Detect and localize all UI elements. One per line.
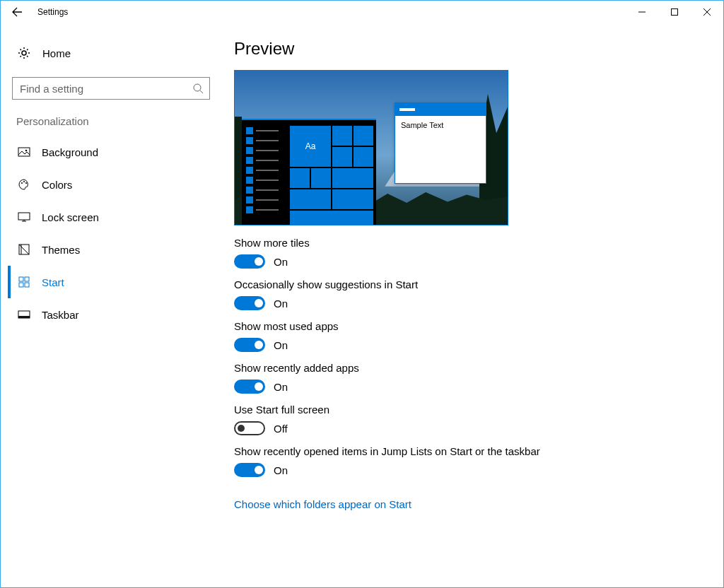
setting-label: Show most used apps bbox=[234, 320, 702, 332]
sidebar-item-label: Colors bbox=[42, 179, 72, 191]
sidebar-item-taskbar[interactable]: Taskbar bbox=[12, 298, 220, 331]
svg-point-1 bbox=[22, 51, 26, 55]
setting-4: Use Start full screenOff bbox=[234, 404, 702, 435]
maximize-icon bbox=[671, 8, 678, 16]
search-input[interactable] bbox=[18, 82, 192, 95]
preview-tile-aa: Aa bbox=[290, 126, 331, 167]
close-icon bbox=[703, 8, 711, 16]
toggle-switch[interactable] bbox=[234, 254, 265, 269]
section-header: Personalization bbox=[16, 115, 220, 127]
setting-label: Occasionally show suggestions in Start bbox=[234, 278, 702, 290]
toggle-switch[interactable] bbox=[234, 463, 265, 477]
back-button[interactable] bbox=[1, 1, 33, 23]
sidebar-item-label: Lock screen bbox=[42, 211, 99, 223]
themes-icon bbox=[16, 243, 32, 256]
setting-label: Show more tiles bbox=[234, 237, 702, 249]
toggle-state: On bbox=[274, 298, 288, 310]
sidebar-item-label: Themes bbox=[42, 244, 80, 256]
svg-rect-8 bbox=[18, 213, 30, 220]
palette-icon bbox=[16, 178, 32, 191]
svg-point-4 bbox=[25, 150, 28, 152]
gear-icon bbox=[17, 46, 31, 60]
sidebar-item-themes[interactable]: Themes bbox=[12, 233, 220, 266]
setting-1: Occasionally show suggestions in StartOn bbox=[234, 278, 702, 310]
window-controls bbox=[626, 1, 723, 23]
page-heading: Preview bbox=[234, 39, 702, 59]
svg-point-2 bbox=[194, 84, 201, 91]
sidebar-item-label: Start bbox=[42, 276, 64, 288]
toggle-state: On bbox=[274, 339, 288, 351]
start-icon bbox=[16, 276, 32, 288]
sidebar-item-lockscreen[interactable]: Lock screen bbox=[12, 201, 220, 233]
svg-rect-11 bbox=[25, 277, 29, 281]
sidebar-item-label: Taskbar bbox=[42, 309, 79, 321]
choose-folders-link[interactable]: Choose which folders appear on Start bbox=[234, 498, 411, 510]
preview-window-text: Sample Text bbox=[395, 116, 486, 134]
taskbar-icon bbox=[16, 308, 32, 321]
preview-image: Aa Sample Text bbox=[234, 70, 508, 225]
settings-list: Show more tilesOnOccasionally show sugge… bbox=[234, 237, 702, 477]
svg-rect-13 bbox=[25, 283, 29, 287]
maximize-button[interactable] bbox=[658, 1, 691, 23]
setting-3: Show recently added appsOn bbox=[234, 362, 702, 394]
toggle-state: On bbox=[274, 256, 288, 268]
picture-icon bbox=[16, 146, 32, 158]
setting-label: Show recently opened items in Jump Lists… bbox=[234, 445, 702, 457]
sidebar-item-start[interactable]: Start bbox=[12, 266, 220, 298]
setting-label: Show recently added apps bbox=[234, 362, 702, 374]
minimize-button[interactable] bbox=[626, 1, 658, 23]
setting-0: Show more tilesOn bbox=[234, 237, 702, 269]
nav: Background Colors Lock screen Themes Sta… bbox=[12, 136, 220, 331]
main: Preview Aa bbox=[220, 37, 723, 587]
setting-5: Show recently opened items in Jump Lists… bbox=[234, 445, 702, 477]
svg-rect-10 bbox=[19, 277, 23, 281]
home-button[interactable]: Home bbox=[12, 37, 220, 69]
svg-point-5 bbox=[21, 182, 23, 184]
svg-point-7 bbox=[25, 182, 27, 184]
toggle-state: Off bbox=[274, 423, 288, 435]
close-button[interactable] bbox=[691, 1, 723, 23]
svg-point-6 bbox=[23, 181, 25, 182]
preview-startmenu: Aa bbox=[242, 119, 376, 225]
minimize-icon bbox=[638, 8, 646, 16]
sidebar-item-colors[interactable]: Colors bbox=[12, 168, 220, 201]
arrow-left-icon bbox=[11, 6, 23, 18]
monitor-icon bbox=[16, 211, 32, 223]
titlebar: Settings bbox=[1, 1, 723, 23]
toggle-switch[interactable] bbox=[234, 421, 265, 435]
svg-rect-3 bbox=[18, 148, 30, 156]
sidebar-item-label: Background bbox=[42, 146, 98, 158]
toggle-switch[interactable] bbox=[234, 296, 265, 310]
search-box[interactable] bbox=[12, 77, 210, 100]
svg-rect-15 bbox=[18, 316, 30, 318]
toggle-state: On bbox=[274, 464, 288, 476]
home-label: Home bbox=[42, 47, 71, 59]
setting-2: Show most used appsOn bbox=[234, 320, 702, 352]
sidebar: Home Personalization Background Colors L… bbox=[8, 37, 220, 587]
toggle-switch[interactable] bbox=[234, 380, 265, 394]
sidebar-item-background[interactable]: Background bbox=[12, 136, 220, 168]
window-title: Settings bbox=[33, 7, 68, 17]
toggle-switch[interactable] bbox=[234, 338, 265, 352]
svg-rect-0 bbox=[672, 9, 678, 16]
toggle-state: On bbox=[274, 381, 288, 393]
search-icon bbox=[192, 83, 204, 94]
preview-window: Sample Text bbox=[395, 102, 486, 184]
setting-label: Use Start full screen bbox=[234, 404, 702, 416]
svg-rect-12 bbox=[19, 283, 23, 287]
